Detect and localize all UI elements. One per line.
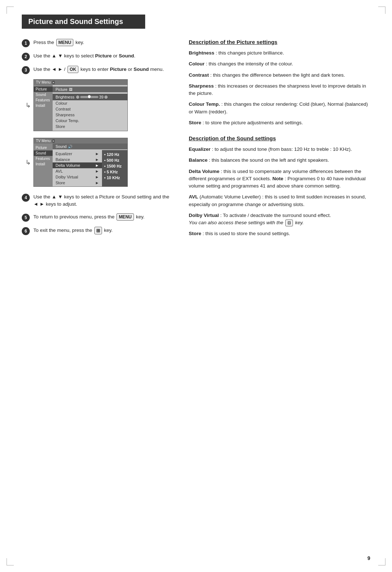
corner-mark-tr — [378, 7, 385, 14]
freq-500: • 500 Hz — [104, 157, 125, 163]
sound-menu-body: Picture Sound Features Install Sound 🔊 E… — [34, 144, 127, 186]
sound-menu-main: Sound 🔊 Equalizer ► Balance ► Delta Voli… — [53, 144, 127, 186]
freq-120: • 120 Hz — [104, 152, 125, 157]
page-number: 9 — [367, 555, 370, 561]
sharpness-term: Sharpness — [189, 83, 214, 89]
avl-desc: AVL (Automatic Volume Leveller) : this i… — [189, 193, 370, 208]
corner-mark-tl — [7, 7, 14, 14]
menu-icon: ▪ — [52, 81, 55, 84]
brightness-value: 39 — [99, 95, 103, 99]
picture-icon: 🖼 — [69, 88, 72, 91]
sound-menu-icon: ▪ — [52, 139, 55, 143]
store-sound-desc-text: : this is used to store the sound settin… — [203, 231, 290, 236]
colourtemp-item: Colour Temp. — [53, 118, 127, 124]
store-sound-item: Store ► — [53, 180, 102, 186]
balance-arrow: ► — [95, 157, 99, 162]
step-2: 2 Use the ▲ ▼ keys to select Picture or … — [22, 52, 174, 61]
colour-term: Colour — [189, 61, 205, 67]
sound-section-title: Description of the Sound settings — [189, 135, 370, 141]
dolby-italic-text: You can also access these settings with … — [189, 220, 285, 225]
step-1: 1 Press the MENU key. — [22, 39, 174, 47]
freq-1500: • 1500 Hz — [104, 163, 125, 169]
sound-tv-menu: TV Menu ▪ Picture Sound Features Install… — [33, 138, 128, 187]
balance-term: Balance — [189, 157, 208, 163]
slider-right-icon: ⊕ — [104, 94, 108, 100]
sharpness-desc-text: : this increases or decreases the sharpn… — [189, 83, 366, 96]
dolby-desc: Dolby Virtual : To activate / deactivate… — [189, 212, 370, 227]
ok-key-badge: OK — [68, 66, 78, 73]
picture-section-title: Description of the Picture settings — [189, 39, 370, 45]
picture-menu-body: Picture Sound Features Install Picture 🖼… — [34, 85, 127, 131]
page-title: Picture and Sound Settings — [22, 15, 145, 29]
brightness-term: Brightness — [189, 50, 215, 56]
brightness-desc: Brightness : this changes picture brilli… — [189, 49, 370, 57]
sound-sidebar-sound: Sound — [34, 150, 53, 156]
step-num-3: 3 — [22, 66, 30, 74]
sound-sidebar-install: Install — [34, 161, 53, 167]
arrow-sound: ↳ — [25, 158, 31, 166]
equalizer-term: Equalizer — [189, 146, 211, 152]
step-6: 6 To exit the menu, press the ⊞ key. — [22, 227, 174, 235]
picture-menu-sidebar: Picture Sound Features Install — [34, 85, 53, 131]
step-num-4: 4 — [22, 194, 30, 202]
sidebar-sound: Sound — [34, 92, 53, 97]
step-6-text: To exit the menu, press the ⊞ key. — [33, 227, 113, 235]
step-1-text: Press the MENU key. — [33, 39, 84, 46]
step-3: 3 Use the ◄ ► / OK keys to enter Picture… — [22, 66, 174, 74]
store-picture-item: Store — [53, 124, 127, 129]
avl-arrow: ► — [95, 169, 99, 173]
dolbyvirtual-item: Dolby Virtual ► — [53, 174, 102, 180]
freq-col: • 120 Hz • 500 Hz • 1500 Hz • 5 KHz • 10… — [102, 150, 127, 186]
avl-term: AVL — [189, 194, 198, 200]
sound-sidebar-picture: Picture — [34, 145, 53, 150]
sharpness-item: Sharpness — [53, 112, 127, 118]
brightness-slider: ⊕ 39 ⊕ — [76, 94, 108, 100]
sound-key-badge: ⊡ — [285, 219, 293, 226]
step-2-text: Use the ▲ ▼ keys to select Picture or So… — [33, 52, 135, 60]
exit-key-badge: ⊞ — [94, 227, 102, 235]
store-sound-term: Store — [189, 231, 201, 236]
sound-menu-header: TV Menu ▪ — [34, 138, 127, 144]
arrow-picture: ↳ — [25, 101, 31, 109]
brightness-item: Brightness ⊕ 39 ⊕ — [53, 94, 127, 100]
equalizer-item: Equalizer ► — [53, 151, 102, 157]
deltavolume-desc: Delta Volume : this is used to compensat… — [189, 168, 370, 190]
colour-item: Colour — [53, 100, 127, 106]
store-picture-term: Store — [189, 120, 201, 125]
step-num-2: 2 — [22, 53, 30, 61]
sidebar-install: Install — [34, 103, 53, 108]
equalizer-arrow: ► — [95, 152, 99, 156]
menu-key-badge: MENU — [56, 39, 73, 46]
sidebar-features: Features — [34, 97, 53, 103]
slider-left-icon: ⊕ — [76, 94, 79, 100]
colour-desc-text: : this changes the intensity of the colo… — [206, 61, 293, 67]
step-num-5: 5 — [22, 214, 30, 222]
store-arrow: ► — [95, 181, 99, 185]
content-area: 1 Press the MENU key. 2 Use the ▲ ▼ keys… — [22, 39, 370, 241]
freq-10k: • 10 KHz — [104, 175, 125, 181]
store-picture-desc-text: : to store the picture adjustments and s… — [203, 120, 303, 125]
colour-desc: Colour : this changes the intensity of t… — [189, 60, 370, 68]
picture-menu-main: Picture 🖼 Brightness ⊕ 39 — [53, 85, 127, 131]
sound-sidebar-features: Features — [34, 156, 53, 161]
colourtemp-term: Colour Temp. — [189, 101, 220, 107]
sound-section: Description of the Sound settings Equali… — [189, 135, 370, 238]
balance-item: Balance ► — [53, 157, 102, 162]
contrast-desc: Contrast : this changes the difference b… — [189, 72, 370, 79]
right-column: Description of the Picture settings Brig… — [189, 39, 370, 241]
sound-menu-sidebar: Picture Sound Features Install — [34, 144, 53, 186]
note-term: Note — [273, 176, 283, 181]
balance-desc: Balance : this balances the sound on the… — [189, 157, 370, 164]
sound-menu-mockup: ↳ TV Menu ▪ Picture Sound Features Insta… — [33, 138, 174, 187]
sidebar-picture: Picture — [34, 86, 53, 92]
dolby-italic-text2: key. — [295, 220, 304, 225]
contrast-item: Contrast — [53, 106, 127, 112]
avl-item: AVL ► — [53, 168, 102, 174]
avl-fullname: (Automatic Volume Leveller) — [200, 194, 261, 200]
step-4: 4 Use the ▲ ▼ keys to select a Picture o… — [22, 193, 174, 208]
store-picture-desc: Store : to store the picture adjustments… — [189, 119, 370, 126]
corner-mark-bl — [7, 558, 14, 565]
left-column: 1 Press the MENU key. 2 Use the ▲ ▼ keys… — [22, 39, 174, 241]
brightness-desc-text: : this changes picture brilliance. — [216, 50, 284, 56]
deltavolume-term: Delta Volume — [189, 169, 220, 174]
